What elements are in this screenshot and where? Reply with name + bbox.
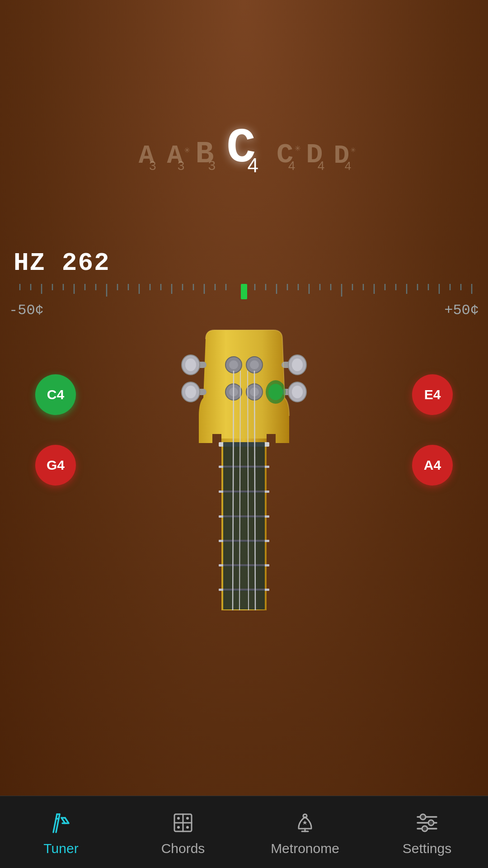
svg-rect-72 xyxy=(223,466,265,467)
svg-rect-42 xyxy=(241,284,247,299)
svg-rect-74 xyxy=(223,515,265,517)
svg-rect-77 xyxy=(223,589,265,590)
settings-icon xyxy=(413,808,441,837)
string-badge-e4[interactable]: E4 xyxy=(412,374,453,415)
note-b3: B 3 xyxy=(195,140,214,168)
nav-label-metronome: Metronome xyxy=(271,841,339,856)
svg-point-107 xyxy=(422,826,427,831)
bottom-nav: Tuner Chords xyxy=(0,796,488,868)
svg-point-58 xyxy=(250,360,259,369)
cents-negative: -50¢ xyxy=(9,302,44,319)
note-display-row: A 3 A ✳ 3 B 3 C 4 C ✳ 4 D 4 D ✳ 4 xyxy=(0,127,488,170)
note-csharp4: C ✳ 4 xyxy=(277,142,293,168)
svg-rect-73 xyxy=(223,491,265,492)
frequency-display: HZ 262 xyxy=(14,249,110,278)
svg-point-54 xyxy=(292,386,303,398)
svg-point-95 xyxy=(177,817,180,820)
nav-label-chords: Chords xyxy=(161,841,205,856)
svg-point-105 xyxy=(420,814,426,820)
svg-rect-76 xyxy=(223,564,265,566)
svg-point-56 xyxy=(229,360,238,369)
svg-point-83 xyxy=(268,384,283,400)
frequency-value: HZ 262 xyxy=(14,249,110,278)
svg-line-88 xyxy=(61,818,65,823)
tuner-ticks-svg xyxy=(11,284,477,300)
svg-point-52 xyxy=(292,359,303,371)
svg-point-106 xyxy=(428,820,434,826)
string-badge-a4[interactable]: A4 xyxy=(412,445,453,486)
note-d4: D 4 xyxy=(306,142,323,168)
note-c4-active: C 4 xyxy=(226,127,256,170)
nav-item-settings[interactable]: Settings xyxy=(366,801,488,863)
tuner-icon xyxy=(47,808,75,837)
headstock-illustration xyxy=(167,326,321,624)
svg-point-48 xyxy=(185,359,196,371)
note-a3: A 3 xyxy=(139,144,155,168)
svg-point-50 xyxy=(185,386,196,398)
note-dsharp4: D ✳ 4 xyxy=(333,144,349,168)
svg-point-97 xyxy=(177,826,180,829)
svg-point-99 xyxy=(303,814,307,818)
meter-labels: -50¢ +50¢ xyxy=(0,302,488,319)
nav-item-chords[interactable]: Chords xyxy=(122,801,244,863)
nav-label-settings: Settings xyxy=(403,841,451,856)
svg-rect-75 xyxy=(223,540,265,542)
headstock-svg xyxy=(167,326,321,624)
nav-label-tuner: Tuner xyxy=(43,841,78,856)
string-badge-c4[interactable]: C4 xyxy=(35,374,76,415)
note-asharp3: A ✳ 3 xyxy=(167,144,183,168)
cents-positive: +50¢ xyxy=(444,302,479,319)
tuning-meter: -50¢ +50¢ xyxy=(0,284,488,311)
svg-point-96 xyxy=(186,817,189,820)
metronome-icon xyxy=(291,808,319,837)
svg-point-98 xyxy=(186,826,189,829)
nav-item-metronome[interactable]: Metronome xyxy=(244,801,366,863)
string-badge-g4[interactable]: G4 xyxy=(35,445,76,486)
nav-item-tuner[interactable]: Tuner xyxy=(0,801,122,863)
instrument-area: C4 E4 G4 A4 xyxy=(0,326,488,633)
chords-icon xyxy=(169,808,197,837)
svg-line-89 xyxy=(65,818,69,823)
